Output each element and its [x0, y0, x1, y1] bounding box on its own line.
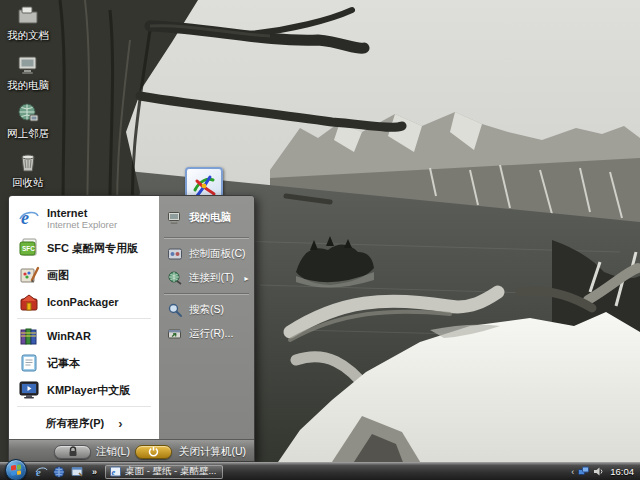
start-menu-left-panel: e Internet Internet Explorer SFC SFC 桌酷网… — [9, 196, 159, 439]
window-icon: e — [110, 466, 121, 477]
start-menu-right-panel: 我的电脑 控制面板(C) 连接到(T) ► — [159, 196, 254, 439]
desktop-screen: 我的文档 我的电脑 网上邻居 回收站 e — [0, 0, 640, 480]
start-menu-item-label: 搜索(S) — [189, 303, 224, 317]
quick-launch-bar: e » — [34, 465, 97, 479]
desktop-icon-label: 我的文档 — [7, 29, 49, 43]
paint-icon — [18, 264, 40, 286]
start-menu-item-kmplayer[interactable]: KMPlayer中文版 — [9, 376, 159, 403]
start-menu-item-label: 运行(R)... — [189, 327, 233, 341]
desktop-icon-label: 网上邻居 — [7, 127, 49, 141]
quick-launch-internet-explorer[interactable]: e — [34, 465, 48, 479]
show-desktop-icon — [71, 466, 83, 478]
start-menu-item-title: 画图 — [47, 269, 69, 281]
system-tray: ‹ 16:04 — [571, 466, 640, 477]
taskbar-clock: 16:04 — [610, 466, 634, 477]
svg-text:SFC: SFC — [22, 245, 35, 252]
start-menu-item-my-computer[interactable]: 我的电脑 — [159, 204, 254, 234]
start-menu-item-run[interactable]: 运行(R)... — [159, 322, 254, 346]
start-menu-item-control-panel[interactable]: 控制面板(C) — [159, 242, 254, 266]
start-menu-footer: 注销(L) 关闭计算机(U) — [9, 439, 254, 462]
start-menu-item-iconpackager[interactable]: IconPackager — [9, 288, 159, 315]
submenu-arrow-icon: ► — [243, 275, 250, 282]
log-off-label[interactable]: 注销(L) — [96, 445, 130, 459]
run-icon — [167, 326, 183, 342]
desktop-icon-network-places[interactable]: 网上邻居 — [1, 101, 55, 141]
all-programs-arrow-icon: › — [118, 419, 122, 429]
my-computer-icon — [167, 210, 183, 226]
quick-launch-overflow-chevron[interactable]: » — [92, 467, 97, 477]
start-menu-item-title: Internet — [47, 207, 117, 219]
start-menu-right-divider — [164, 293, 249, 295]
internet-explorer-icon: e — [35, 465, 48, 478]
volume-tray-icon[interactable] — [593, 466, 604, 477]
desktop-icon-my-computer[interactable]: 我的电脑 — [1, 53, 55, 93]
recycle-bin-icon — [16, 150, 40, 174]
desktop-icon-label: 我的电脑 — [7, 79, 49, 93]
winrar-icon — [18, 325, 40, 347]
svg-text:e: e — [112, 467, 116, 477]
log-off-button[interactable] — [54, 445, 91, 459]
start-menu-divider — [17, 318, 151, 319]
start-menu-item-notepad[interactable]: 记事本 — [9, 349, 159, 376]
tray-collapse-chevron[interactable]: ‹ — [571, 467, 574, 477]
taskbar: e » e 桌面 - 壁纸 - 桌酷壁... ‹ 16:04 — [0, 462, 640, 480]
start-menu-item-winrar[interactable]: WinRAR — [9, 322, 159, 349]
shutdown-button[interactable] — [135, 445, 172, 459]
start-menu-item-connect-to[interactable]: 连接到(T) ► — [159, 266, 254, 290]
start-menu-item-title: KMPlayer中文版 — [47, 384, 130, 396]
start-menu-item-paint[interactable]: 画图 — [9, 261, 159, 288]
start-menu-item-title: IconPackager — [47, 296, 119, 308]
desktop-icon-label: 回收站 — [12, 176, 44, 190]
connect-to-icon — [167, 270, 183, 286]
control-panel-icon — [167, 246, 183, 262]
start-button[interactable] — [5, 459, 27, 480]
taskbar-window-title: 桌面 - 壁纸 - 桌酷壁... — [125, 465, 216, 478]
internet-explorer-icon: e — [18, 207, 40, 229]
windows-logo-icon — [11, 464, 21, 475]
start-menu-item-label: 连接到(T) — [189, 271, 234, 285]
quick-launch-show-desktop[interactable] — [70, 465, 84, 479]
start-menu-item-search[interactable]: 搜索(S) — [159, 298, 254, 322]
start-menu-item-internet[interactable]: e Internet Internet Explorer — [9, 202, 159, 234]
svg-text:e: e — [21, 208, 29, 228]
my-computer-icon — [16, 53, 40, 77]
all-programs-label: 所有程序(P) — [45, 416, 104, 431]
start-menu-item-sfc[interactable]: SFC SFC 桌酷网专用版 — [9, 234, 159, 261]
start-menu-item-title: WinRAR — [47, 330, 91, 342]
start-menu: e Internet Internet Explorer SFC SFC 桌酷网… — [8, 195, 255, 462]
search-icon — [167, 302, 183, 318]
start-menu-item-label: 我的电脑 — [189, 211, 231, 225]
shutdown-label[interactable]: 关闭计算机(U) — [179, 445, 246, 459]
my-documents-icon — [16, 3, 40, 27]
padlock-icon — [67, 446, 79, 457]
desktop-icon-my-documents[interactable]: 我的文档 — [1, 3, 55, 43]
start-menu-divider — [17, 406, 151, 407]
start-menu-item-title: 记事本 — [47, 357, 80, 369]
desktop-icon-recycle-bin[interactable]: 回收站 — [1, 150, 55, 190]
notepad-icon — [18, 352, 40, 374]
kmplayer-icon — [18, 379, 40, 401]
all-programs-button[interactable]: 所有程序(P) › — [9, 410, 159, 435]
quick-launch-browser-globe[interactable] — [52, 465, 66, 479]
network-tray-icon[interactable] — [578, 466, 589, 477]
start-menu-right-divider — [164, 237, 249, 239]
iconpackager-icon — [18, 291, 40, 313]
power-icon — [148, 446, 159, 457]
start-menu-item-title: SFC 桌酷网专用版 — [47, 242, 138, 254]
network-places-icon — [16, 101, 40, 125]
taskbar-window-button[interactable]: e 桌面 - 壁纸 - 桌酷壁... — [105, 465, 223, 479]
start-menu-item-subtitle: Internet Explorer — [47, 219, 117, 230]
sfc-icon: SFC — [18, 237, 40, 259]
globe-icon — [53, 466, 65, 478]
start-menu-item-label: 控制面板(C) — [189, 247, 246, 261]
